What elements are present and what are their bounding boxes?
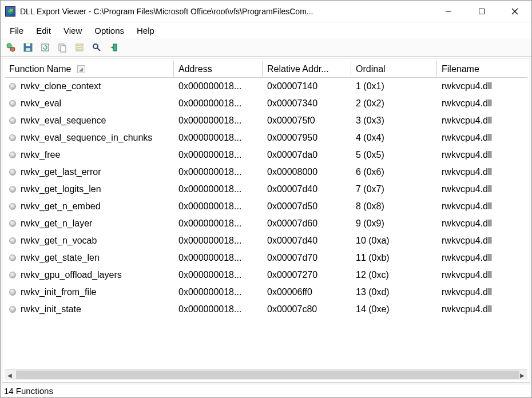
table-row[interactable]: rwkv_free0x000000018...0x00007da05 (0x5)… bbox=[5, 146, 527, 164]
function-icon bbox=[9, 169, 16, 176]
toolbar-exit-button[interactable] bbox=[107, 41, 121, 54]
toolbar-refresh-button[interactable] bbox=[38, 41, 52, 54]
cell-function-name: rwkv_get_n_embed bbox=[5, 200, 174, 213]
cell-ordinal: 2 (0x2) bbox=[351, 97, 437, 110]
toolbar-copy-button[interactable] bbox=[55, 41, 69, 54]
function-icon bbox=[9, 203, 16, 210]
cell-filename: rwkvcpu4.dll bbox=[437, 114, 521, 128]
gears-icon bbox=[6, 42, 16, 53]
function-name-text: rwkv_init_from_file bbox=[21, 287, 96, 297]
function-name-text: rwkv_free bbox=[21, 150, 60, 160]
svg-rect-19 bbox=[113, 44, 117, 51]
toolbar bbox=[1, 38, 531, 57]
cell-address: 0x000000018... bbox=[174, 148, 263, 162]
cell-ordinal: 12 (0xc) bbox=[351, 268, 437, 282]
cell-relative-address: 0x00007340 bbox=[263, 97, 351, 110]
cell-function-name: rwkv_get_logits_len bbox=[5, 182, 174, 196]
cell-ordinal: 11 (0xb) bbox=[351, 251, 437, 265]
save-icon bbox=[23, 42, 33, 53]
column-ordinal[interactable]: Ordinal bbox=[351, 61, 437, 77]
cell-ordinal: 13 (0xd) bbox=[351, 285, 437, 299]
table-row[interactable]: rwkv_get_state_len0x000000018...0x00007d… bbox=[5, 249, 527, 266]
function-name-text: rwkv_get_last_error bbox=[21, 167, 101, 177]
cell-ordinal: 3 (0x3) bbox=[351, 114, 437, 128]
cell-function-name: rwkv_gpu_offload_layers bbox=[5, 268, 174, 282]
cell-filename: rwkvcpu4.dll bbox=[437, 217, 521, 230]
menu-help[interactable]: Help bbox=[131, 24, 160, 37]
cell-filename: rwkvcpu4.dll bbox=[437, 165, 521, 179]
table-row[interactable]: rwkv_init_from_file0x000000018...0x00006… bbox=[5, 284, 527, 301]
cell-function-name: rwkv_get_n_layer bbox=[5, 217, 174, 230]
cell-relative-address: 0x00006ff0 bbox=[263, 285, 351, 299]
cell-relative-address: 0x00007d60 bbox=[263, 217, 351, 230]
cell-filename: rwkvcpu4.dll bbox=[437, 148, 521, 162]
scroll-thumb[interactable] bbox=[16, 371, 519, 379]
statusbar: 14 Functions bbox=[1, 384, 531, 397]
menu-view[interactable]: View bbox=[58, 24, 88, 37]
table-row[interactable]: rwkv_eval_sequence0x000000018...0x000075… bbox=[5, 112, 527, 129]
function-icon bbox=[9, 152, 16, 158]
minimize-button[interactable] bbox=[432, 1, 465, 22]
cell-filename: rwkvcpu4.dll bbox=[437, 303, 521, 316]
sort-indicator-icon: ◢ bbox=[77, 65, 85, 73]
cell-relative-address: 0x00007c80 bbox=[263, 303, 351, 316]
cell-address: 0x000000018... bbox=[174, 79, 263, 93]
function-name-text: rwkv_gpu_offload_layers bbox=[21, 270, 122, 280]
horizontal-scrollbar[interactable]: ◀ ▶ bbox=[5, 369, 527, 380]
column-address[interactable]: Address bbox=[174, 61, 263, 77]
table-row[interactable]: rwkv_eval_sequence_in_chunks0x000000018.… bbox=[5, 129, 527, 146]
cell-function-name: rwkv_get_last_error bbox=[5, 165, 174, 179]
scroll-left-arrow-icon[interactable]: ◀ bbox=[5, 370, 15, 380]
cell-address: 0x000000018... bbox=[174, 200, 263, 213]
table-row[interactable]: rwkv_eval0x000000018...0x000073402 (0x2)… bbox=[5, 95, 527, 112]
app-icon: 🧩 bbox=[5, 6, 15, 17]
column-relative-address[interactable]: Relative Addr... bbox=[263, 61, 351, 77]
cell-address: 0x000000018... bbox=[174, 303, 263, 316]
scroll-right-arrow-icon[interactable]: ▶ bbox=[517, 370, 527, 380]
svg-rect-12 bbox=[61, 46, 66, 52]
table-row[interactable]: rwkv_init_state0x000000018...0x00007c801… bbox=[5, 301, 527, 318]
cell-ordinal: 9 (0x9) bbox=[351, 217, 437, 230]
menu-file[interactable]: File bbox=[4, 24, 29, 37]
cell-ordinal: 1 (0x1) bbox=[351, 79, 437, 93]
listview[interactable]: Function Name ◢ Address Relative Addr...… bbox=[5, 61, 527, 369]
function-icon bbox=[9, 254, 16, 261]
toolbar-settings-button[interactable] bbox=[4, 41, 18, 54]
copy-icon bbox=[57, 42, 68, 53]
minimize-icon bbox=[445, 8, 452, 15]
toolbar-save-button[interactable] bbox=[21, 41, 35, 54]
table-row[interactable]: rwkv_clone_context0x000000018...0x000071… bbox=[5, 78, 527, 95]
cell-address: 0x000000018... bbox=[174, 251, 263, 265]
close-button[interactable] bbox=[498, 1, 531, 22]
cell-function-name: rwkv_get_n_vocab bbox=[5, 234, 174, 248]
table-row[interactable]: rwkv_get_n_layer0x000000018...0x00007d60… bbox=[5, 215, 527, 232]
cell-address: 0x000000018... bbox=[174, 217, 263, 230]
function-name-text: rwkv_get_n_vocab bbox=[21, 236, 97, 246]
function-icon bbox=[9, 134, 16, 141]
function-name-text: rwkv_eval bbox=[21, 98, 61, 109]
cell-filename: rwkvcpu4.dll bbox=[437, 182, 521, 196]
cell-address: 0x000000018... bbox=[174, 268, 263, 282]
column-filename[interactable]: Filename bbox=[437, 61, 521, 77]
listview-body: rwkv_clone_context0x000000018...0x000071… bbox=[5, 78, 527, 318]
cell-filename: rwkvcpu4.dll bbox=[437, 97, 521, 110]
function-icon bbox=[9, 117, 16, 124]
table-row[interactable]: rwkv_get_last_error0x000000018...0x00008… bbox=[5, 164, 527, 181]
maximize-button[interactable] bbox=[465, 1, 498, 22]
table-row[interactable]: rwkv_get_logits_len0x000000018...0x00007… bbox=[5, 181, 527, 198]
properties-icon bbox=[74, 42, 85, 53]
cell-relative-address: 0x00008000 bbox=[263, 165, 351, 179]
cell-address: 0x000000018... bbox=[174, 131, 263, 145]
cell-ordinal: 4 (0x4) bbox=[351, 131, 437, 145]
cell-relative-address: 0x00007d70 bbox=[263, 251, 351, 265]
cell-function-name: rwkv_init_from_file bbox=[5, 285, 174, 299]
table-row[interactable]: rwkv_gpu_offload_layers0x000000018...0x0… bbox=[5, 266, 527, 284]
table-row[interactable]: rwkv_get_n_embed0x000000018...0x00007d50… bbox=[5, 198, 527, 215]
toolbar-properties-button[interactable] bbox=[73, 41, 86, 54]
column-function-name[interactable]: Function Name ◢ bbox=[5, 61, 174, 77]
menu-options[interactable]: Options bbox=[89, 24, 130, 37]
toolbar-find-button[interactable] bbox=[90, 41, 104, 54]
menu-edit[interactable]: Edit bbox=[30, 24, 57, 37]
cell-relative-address: 0x00007d40 bbox=[263, 182, 351, 196]
table-row[interactable]: rwkv_get_n_vocab0x000000018...0x00007d40… bbox=[5, 232, 527, 249]
